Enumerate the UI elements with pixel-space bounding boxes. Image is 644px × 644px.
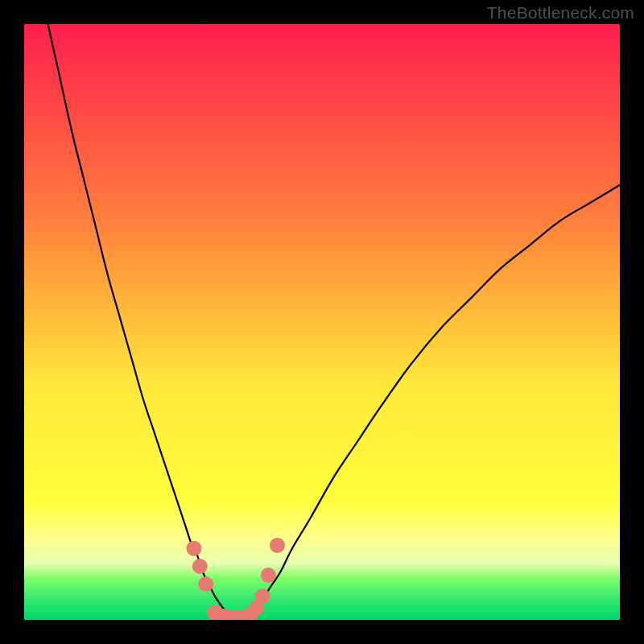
highlight-dot [198,576,213,592]
svg-rect-1 [24,24,620,620]
highlight-dot [270,538,285,553]
highlight-dot [261,568,276,583]
highlight-dot [192,559,208,574]
chart-stage: TheBottleneck.com [0,0,644,644]
bottleneck-chart [0,0,644,644]
watermark-text: TheBottleneck.com [487,3,634,23]
highlight-dot [186,541,201,556]
highlight-dot [255,588,270,604]
